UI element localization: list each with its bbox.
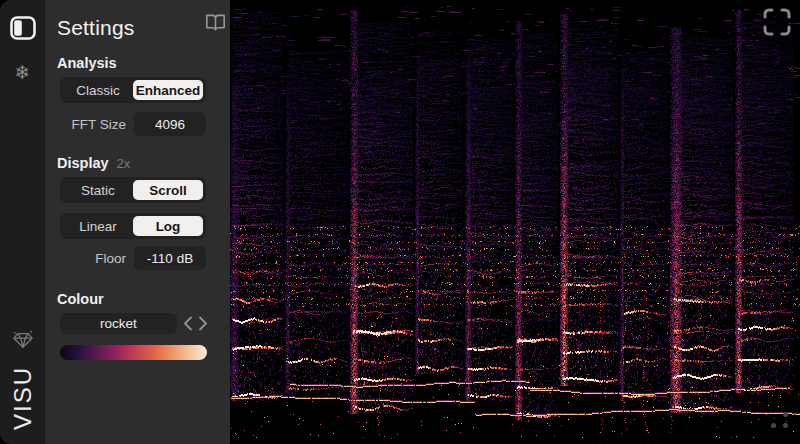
panel-toggle-button[interactable] [9, 16, 37, 44]
freeze-button[interactable]: ❄ [9, 58, 37, 86]
fullscreen-button[interactable] [763, 8, 791, 36]
option-linear[interactable]: Linear [63, 216, 133, 236]
gem-button[interactable] [9, 328, 37, 356]
grip-dot [783, 423, 788, 428]
brand-visu: VISU [9, 366, 37, 430]
section-analysis: Analysis [57, 55, 117, 71]
spectrogram-canvas [230, 0, 800, 444]
floor-value[interactable]: -110 dB [134, 246, 206, 270]
option-scroll[interactable]: Scroll [133, 180, 203, 200]
floor-label: Floor [45, 251, 126, 266]
analysis-label: Analysis [57, 55, 117, 71]
colormap-gradient-preview [60, 345, 207, 360]
scroll-mode-toggle: Static Scroll [60, 177, 206, 203]
resize-grip[interactable] [768, 408, 794, 434]
display-2x-badge: 2x [117, 156, 131, 171]
settings-panel: Settings Analysis Classic Enhanced FFT S… [45, 0, 230, 444]
colour-label: Colour [57, 291, 104, 307]
preset-prev-button[interactable] [182, 315, 194, 332]
chevron-right-icon [197, 318, 209, 335]
section-display: Display 2x [57, 155, 130, 171]
fft-size-label: FFT Size [45, 117, 126, 132]
option-log[interactable]: Log [133, 216, 203, 236]
gem-icon [12, 330, 34, 354]
fullscreen-corners-icon [763, 22, 791, 39]
grip-dot [783, 412, 788, 417]
grip-dot [771, 423, 776, 428]
analysis-mode-toggle: Classic Enhanced [60, 77, 206, 103]
fft-size-value[interactable]: 4096 [134, 112, 206, 136]
page-title: Settings [57, 16, 134, 40]
option-static[interactable]: Static [63, 180, 133, 200]
colormap-preset-select[interactable]: rocket [60, 313, 177, 334]
spectrogram-view [230, 0, 800, 444]
snowflake-icon: ❄ [15, 63, 31, 82]
book-icon [205, 18, 226, 35]
preset-next-button[interactable] [197, 315, 209, 332]
option-classic[interactable]: Classic [63, 80, 133, 100]
sidebar: ❄ VISU [0, 0, 45, 444]
app-window: ❄ VISU Settings [0, 0, 800, 444]
help-button[interactable] [205, 13, 227, 33]
chevron-left-icon [182, 318, 194, 335]
display-label: Display [57, 155, 109, 171]
freq-scale-toggle: Linear Log [60, 213, 206, 239]
option-enhanced[interactable]: Enhanced [133, 80, 203, 100]
section-colour: Colour [57, 291, 104, 307]
panel-toggle-icon [10, 16, 36, 44]
